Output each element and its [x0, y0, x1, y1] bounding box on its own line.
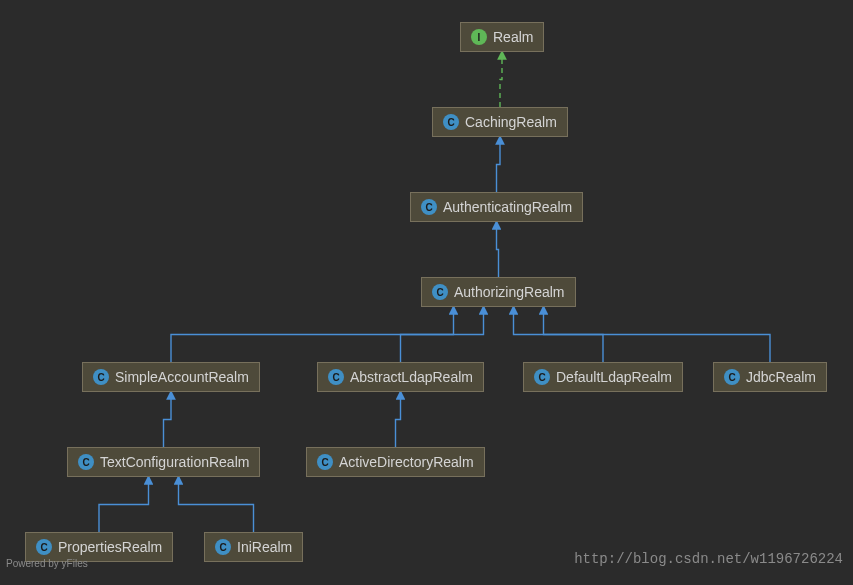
class-icon: C — [421, 199, 437, 215]
node-label: AuthenticatingRealm — [443, 199, 572, 215]
edge-jdbc-to-authorizing — [544, 307, 771, 362]
node-authenticating-realm[interactable]: C AuthenticatingRealm — [410, 192, 583, 222]
class-icon: C — [443, 114, 459, 130]
edge-properties-to-textconfig — [99, 477, 149, 532]
edge-simpleaccount-to-authorizing — [171, 307, 454, 362]
class-icon: C — [534, 369, 550, 385]
node-label: TextConfigurationRealm — [100, 454, 249, 470]
node-label: AbstractLdapRealm — [350, 369, 473, 385]
node-realm[interactable]: I Realm — [460, 22, 544, 52]
class-icon: C — [432, 284, 448, 300]
edge-caching-to-realm — [500, 52, 502, 107]
edge-textconfig-to-simpleaccount — [164, 392, 172, 447]
interface-icon: I — [471, 29, 487, 45]
edge-authorizing-to-authenticating — [497, 222, 499, 277]
node-label: ActiveDirectoryRealm — [339, 454, 474, 470]
node-label: DefaultLdapRealm — [556, 369, 672, 385]
class-icon: C — [215, 539, 231, 555]
node-label: IniRealm — [237, 539, 292, 555]
class-icon: C — [36, 539, 52, 555]
node-abstract-ldap-realm[interactable]: C AbstractLdapRealm — [317, 362, 484, 392]
edge-defaultldap-to-authorizing — [514, 307, 604, 362]
edge-abstractldap-to-authorizing — [401, 307, 484, 362]
class-icon: C — [317, 454, 333, 470]
class-icon: C — [78, 454, 94, 470]
edge-ini-to-textconfig — [179, 477, 254, 532]
node-default-ldap-realm[interactable]: C DefaultLdapRealm — [523, 362, 683, 392]
node-caching-realm[interactable]: C CachingRealm — [432, 107, 568, 137]
node-authorizing-realm[interactable]: C AuthorizingRealm — [421, 277, 576, 307]
watermark-text: http://blog.csdn.net/w1196726224 — [574, 551, 843, 567]
node-label: JdbcRealm — [746, 369, 816, 385]
node-ini-realm[interactable]: C IniRealm — [204, 532, 303, 562]
class-icon: C — [328, 369, 344, 385]
node-label: AuthorizingRealm — [454, 284, 565, 300]
class-icon: C — [93, 369, 109, 385]
node-jdbc-realm[interactable]: C JdbcRealm — [713, 362, 827, 392]
node-label: SimpleAccountRealm — [115, 369, 249, 385]
node-active-directory-realm[interactable]: C ActiveDirectoryRealm — [306, 447, 485, 477]
node-label: Realm — [493, 29, 533, 45]
node-label: CachingRealm — [465, 114, 557, 130]
powered-by-text: Powered by yFiles — [6, 558, 88, 569]
class-icon: C — [724, 369, 740, 385]
node-text-configuration-realm[interactable]: C TextConfigurationRealm — [67, 447, 260, 477]
node-label: PropertiesRealm — [58, 539, 162, 555]
edge-activedir-to-abstractldap — [396, 392, 401, 447]
edge-authenticating-to-caching — [497, 137, 501, 192]
node-simple-account-realm[interactable]: C SimpleAccountRealm — [82, 362, 260, 392]
